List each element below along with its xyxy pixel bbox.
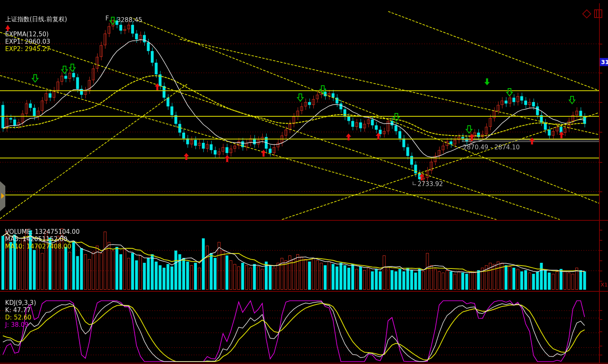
trading-app-window: { "colors":{ "up_red":"#e0301e","down_cy… [0, 0, 608, 364]
kdj-name: KDJ(9,3,3) [5, 299, 36, 306]
low-prefix: ∟ [412, 180, 417, 187]
exp2-value: EXP2: 2945.27 [5, 45, 50, 53]
axis-multiplier-label: X1 [601, 282, 608, 288]
symbol-title: 上证指数(日线.前复权) [5, 16, 67, 23]
sidebar-expander[interactable] [0, 181, 5, 211]
peak-price-label: 3288.45 [117, 16, 142, 24]
volume-value: VOLUME: 132475104.00 [5, 228, 80, 235]
price-badge: 31 [600, 58, 608, 66]
chart-canvas[interactable] [0, 0, 608, 364]
chart-header: 上证指数(日线.前复权) EXPMA(12,50) EXP1: 2960.03 … [1, 8, 67, 53]
peak-prefix: F [105, 15, 109, 22]
volume-header: VOLUME: 132475104.00 MA5: 142051152.00 M… [1, 221, 80, 250]
expand-arrow-icon [1, 193, 4, 199]
low-price-label: 2733.92 [418, 180, 443, 188]
up-arrow-icon [5, 25, 10, 29]
kdj-j-value: J: 38.09 [5, 321, 29, 328]
pane-grid-icon[interactable] [594, 9, 602, 18]
exp1-value: EXP1: 2960.03 [5, 38, 50, 45]
gap-range-label: 2870.49 - 2874.10 [463, 144, 520, 151]
kdj-d-value: D: 52.60 [5, 314, 31, 321]
kdj-k-value: K: 47.77 [5, 306, 31, 314]
indicator-label: EXPMA(12,50) [5, 31, 49, 38]
volume-ma10: MA10: 147027408.00 [5, 243, 72, 250]
kdj-header: KDJ(9,3,3) K: 47.77 D: 52.60 J: 38.09 [1, 292, 36, 328]
volume-ma5: MA5: 142051152.00 [5, 235, 67, 243]
